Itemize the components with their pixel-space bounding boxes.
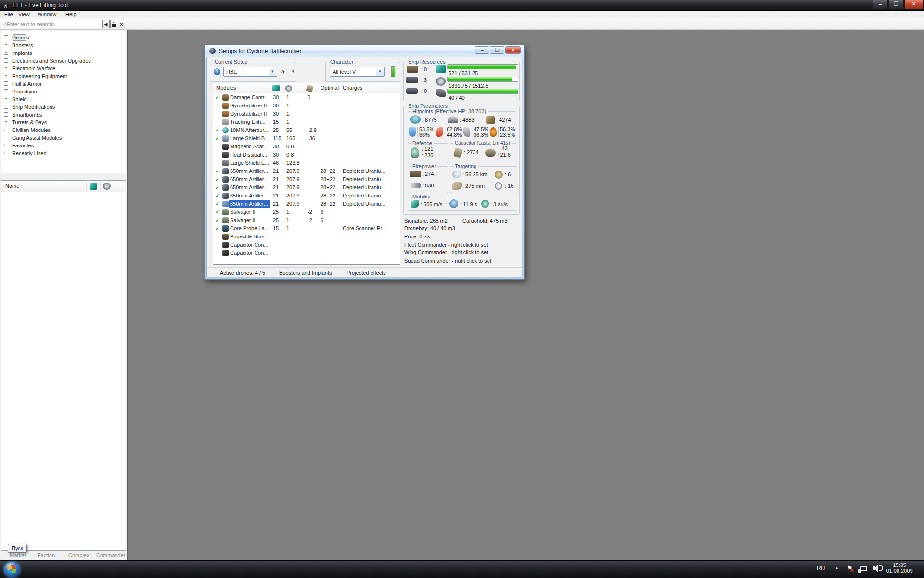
module-name[interactable]: Large Shield B... xyxy=(230,134,271,143)
powergrid-column-icon[interactable] xyxy=(285,85,292,92)
module-name[interactable]: 650mm Artiller... xyxy=(230,175,271,184)
tree-item[interactable]: Recently Used xyxy=(1,149,126,157)
expand-icon[interactable]: + xyxy=(4,120,8,124)
module-row[interactable]: ✓Core Probe La...151Core Scanner Pr... xyxy=(213,224,400,233)
tree-item[interactable]: +Boosters xyxy=(1,41,126,49)
module-enabled-check[interactable]: ✓ xyxy=(215,224,219,233)
module-name[interactable]: Gyrostabilizer II xyxy=(230,110,271,118)
tree-item[interactable]: +Implants xyxy=(1,49,126,57)
modules-column-header[interactable]: Modules xyxy=(216,85,236,91)
module-row[interactable]: ✓650mm Artiller...21207.928+22Depleted U… xyxy=(213,192,400,200)
tree-item[interactable]: +Shield xyxy=(1,95,126,103)
character-select[interactable]: All level V▼ xyxy=(330,67,385,77)
app-minimize-button[interactable]: – xyxy=(873,0,888,9)
module-enabled-check[interactable]: ✓ xyxy=(215,175,219,184)
tree-item[interactable]: Favorites xyxy=(1,142,126,149)
projected-effects-button[interactable]: Projected effects xyxy=(346,270,386,276)
expand-icon[interactable]: + xyxy=(4,43,8,47)
module-name[interactable]: 650mm Artiller... xyxy=(230,167,271,175)
menu-file[interactable]: File xyxy=(2,11,15,18)
module-row[interactable]: Large Shield E...46123.8 xyxy=(213,159,400,167)
ship-browser-dropdown-icon[interactable]: ▼ xyxy=(291,69,295,74)
expand-icon[interactable]: + xyxy=(4,97,8,101)
module-name[interactable]: 650mm Artiller... xyxy=(229,200,270,208)
search-back-icon[interactable]: ◀ xyxy=(102,20,110,28)
menu-window[interactable]: Window xyxy=(36,11,58,18)
setups-restore-button[interactable]: ❐ xyxy=(490,46,504,54)
module-row[interactable]: ✓650mm Artiller...21207.928+22Depleted U… xyxy=(213,200,400,208)
module-enabled-check[interactable]: ✓ xyxy=(215,192,219,200)
tree-item[interactable]: +Ship Modifications xyxy=(1,103,126,111)
help-icon[interactable]: ? xyxy=(214,68,220,75)
expand-icon[interactable]: + xyxy=(4,89,8,93)
setups-titlebar[interactable]: Setups for Cyclone Battlecruiser – ❐ ✕ xyxy=(205,45,524,57)
cpu-column-icon[interactable] xyxy=(272,85,280,91)
current-setup-select[interactable]: ПВЕ▼ xyxy=(223,67,277,77)
lock-icon[interactable] xyxy=(110,20,117,28)
chevron-down-icon[interactable]: ▼ xyxy=(376,68,384,76)
fleet-commander-stat[interactable]: Fleet Commander - right click to set xyxy=(404,242,488,248)
expand-icon[interactable]: + xyxy=(4,58,8,63)
tree-item[interactable]: +Turrets & Bays xyxy=(1,118,126,126)
module-name[interactable]: 650mm Artiller... xyxy=(230,192,271,200)
tree-item[interactable]: +Engineering Equipment xyxy=(1,72,126,80)
squad-commander-stat[interactable]: Squad Commander - right click to set xyxy=(404,258,491,263)
module-enabled-check[interactable]: ✓ xyxy=(215,200,219,208)
clear-search-icon[interactable]: × xyxy=(118,20,125,28)
wing-commander-stat[interactable]: Wing Commander - right click to set xyxy=(404,250,488,255)
tree-item[interactable]: Civilian Modules xyxy=(1,126,126,134)
charges-column-header[interactable]: Charges xyxy=(343,85,363,91)
module-name[interactable]: Capacitor Con... xyxy=(230,249,271,257)
module-row[interactable]: Heat Dissipati...300.8 xyxy=(213,151,400,159)
results-header-label[interactable]: Name xyxy=(5,183,19,189)
module-name[interactable]: Tracking Enh... xyxy=(230,118,271,126)
module-row[interactable]: ✓650mm Artiller...21207.928+22Depleted U… xyxy=(213,167,400,175)
setups-window[interactable]: Setups for Cyclone Battlecruiser – ❐ ✕ C… xyxy=(204,44,525,280)
expand-icon[interactable]: + xyxy=(4,66,8,70)
tree-item[interactable]: +Electronic Warfare xyxy=(1,65,126,72)
boosters-implants-button[interactable]: Boosters and Implants xyxy=(279,270,332,276)
tree-item[interactable]: +Drones xyxy=(1,34,126,41)
module-name[interactable]: Heat Dissipati... xyxy=(230,151,271,159)
module-name[interactable]: Salvager II xyxy=(230,208,271,216)
module-name[interactable]: Salvager II xyxy=(230,216,271,224)
module-name[interactable]: Magnetic Scat... xyxy=(230,143,271,151)
module-row[interactable]: ✓Salvager II251-26 xyxy=(213,216,400,224)
action-center-flag-icon[interactable]: ⚑✕ xyxy=(847,565,853,572)
module-row[interactable]: Gyrostabilizer II301 xyxy=(213,110,400,118)
setups-close-button[interactable]: ✕ xyxy=(505,46,521,54)
module-name[interactable]: Damage Contr... xyxy=(230,93,271,102)
module-name[interactable]: Core Probe La... xyxy=(230,224,271,233)
tray-expand-icon[interactable]: ▲ xyxy=(835,566,839,570)
tab-market[interactable]: Market xyxy=(10,552,26,558)
module-row[interactable]: Projectile Burs... xyxy=(213,233,400,241)
menu-view[interactable]: View xyxy=(16,11,32,18)
module-row[interactable]: Gyrostabilizer II301 xyxy=(213,102,400,110)
module-enabled-check[interactable]: ✓ xyxy=(215,216,219,224)
expand-icon[interactable]: + xyxy=(4,35,8,39)
chevron-down-icon[interactable]: ▼ xyxy=(269,68,276,76)
module-row[interactable]: Tracking Enh...151 xyxy=(213,118,400,126)
tree-item[interactable]: +Hull & Armor xyxy=(1,80,126,88)
module-row[interactable]: Magnetic Scat...300.8 xyxy=(213,143,400,151)
language-indicator[interactable]: RU xyxy=(817,565,825,572)
tab-commander[interactable]: Commander xyxy=(96,552,126,558)
expand-icon[interactable]: + xyxy=(4,74,8,78)
module-row[interactable]: Capacitor Con... xyxy=(213,241,400,249)
setups-minimize-button[interactable]: – xyxy=(475,46,489,54)
module-name[interactable]: 650mm Artiller... xyxy=(230,184,271,192)
app-close-button[interactable]: ✕ xyxy=(904,0,924,9)
module-row[interactable]: Capacitor Con... xyxy=(213,249,400,257)
module-row[interactable]: ✓10MN Afterbur...2555-2.9 xyxy=(213,126,400,134)
tab-complex[interactable]: Complex xyxy=(68,552,89,558)
module-name[interactable]: Gyrostabilizer II xyxy=(230,102,271,110)
module-row[interactable]: ✓Salvager II251-26 xyxy=(213,208,400,216)
module-row[interactable]: ✓650mm Artiller...21207.928+22Depleted U… xyxy=(213,184,400,192)
module-name[interactable]: Large Shield E... xyxy=(230,159,271,167)
tab-faction[interactable]: Faction xyxy=(38,552,55,558)
tree-item[interactable]: +Electronics and Sensor Upgrades xyxy=(1,57,126,65)
module-enabled-check[interactable]: ✓ xyxy=(215,167,219,175)
optimal-column-header[interactable]: Optimal xyxy=(321,85,339,91)
powergrid-column-icon[interactable] xyxy=(103,183,111,190)
cpu-column-icon[interactable] xyxy=(90,183,97,190)
